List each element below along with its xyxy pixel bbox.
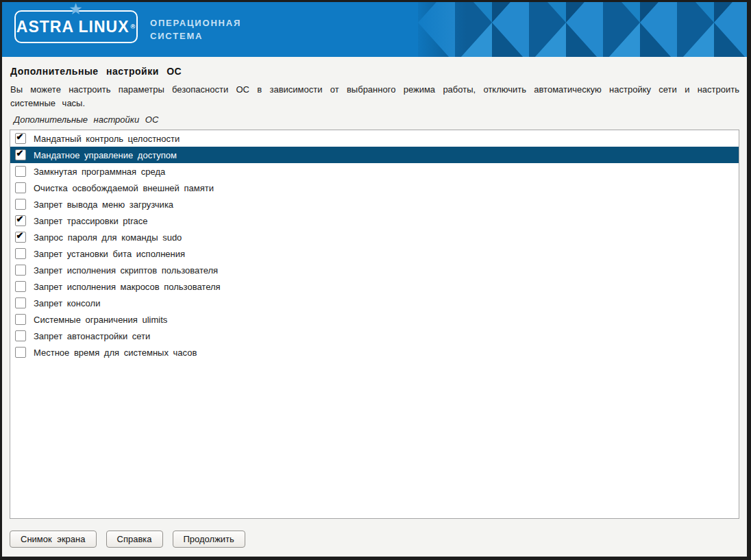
footer-bar: Снимок экрана Справка Продолжить: [2, 519, 747, 557]
option-row[interactable]: Запрет установки бита исполнения: [10, 245, 739, 262]
header-banner: ★ ASTRA LINUX® ОПЕРАЦИОННАЯ СИСТЕМА: [2, 2, 747, 57]
brand-subtitle: ОПЕРАЦИОННАЯ СИСТЕМА: [150, 16, 241, 42]
checkbox-icon[interactable]: [15, 248, 26, 259]
option-row[interactable]: Запрет исполнения скриптов пользователя: [10, 262, 739, 278]
option-row[interactable]: Запрет исполнения макросов пользователя: [10, 278, 739, 295]
screenshot-button[interactable]: Снимок экрана: [10, 531, 97, 548]
checkbox-icon[interactable]: [15, 215, 26, 226]
installer-window: ★ ASTRA LINUX® ОПЕРАЦИОННАЯ СИСТЕМА Допо…: [2, 2, 747, 557]
checkbox-icon[interactable]: [15, 265, 26, 276]
continue-button[interactable]: Продолжить: [173, 531, 245, 548]
option-label: Запрет установки бита исполнения: [34, 249, 185, 259]
option-label: Мандатное управление доступом: [34, 150, 177, 160]
checkbox-icon[interactable]: [15, 281, 26, 292]
option-label: Системные ограничения ulimits: [34, 315, 167, 325]
option-row[interactable]: Местное время для системных часов: [10, 344, 739, 361]
option-row[interactable]: Замкнутая программная среда: [10, 163, 739, 180]
logo-text: ASTRA LINUX: [16, 18, 130, 36]
option-label: Запрет трассировки ptrace: [34, 216, 147, 226]
header-pattern-fade: [411, 2, 466, 57]
checkbox-icon[interactable]: [15, 314, 26, 325]
registered-mark: ®: [131, 23, 136, 30]
option-label: Запрет консоли: [34, 298, 100, 308]
option-label: Мандатный контроль целостности: [34, 134, 180, 144]
option-label: Запрет автонастройки сети: [34, 331, 150, 341]
option-row[interactable]: Запрос пароля для команды sudo: [10, 229, 739, 245]
option-row[interactable]: Запрет консоли: [10, 295, 739, 311]
checkbox-icon[interactable]: [15, 149, 26, 160]
checkbox-icon[interactable]: [15, 297, 26, 308]
option-row[interactable]: Запрет вывода меню загрузчика: [10, 196, 739, 212]
option-row[interactable]: Системные ограничения ulimits: [10, 311, 739, 328]
option-row[interactable]: Запрет трассировки ptrace: [10, 212, 739, 229]
help-button[interactable]: Справка: [106, 531, 163, 548]
header-triangle-pattern: [418, 2, 747, 57]
option-row[interactable]: Мандатный контроль целостности: [10, 130, 739, 147]
option-label: Запрет исполнения скриптов пользователя: [34, 265, 218, 276]
options-list: Мандатный контроль целостности Мандатное…: [10, 130, 739, 519]
option-label: Запрет исполнения макросов пользователя: [34, 282, 221, 292]
checkbox-icon[interactable]: [15, 166, 26, 177]
option-row[interactable]: Очистка освобождаемой внешней памяти: [10, 180, 739, 196]
brand-line2: СИСТЕМА: [150, 29, 241, 42]
page-title: Дополнительные настройки ОС: [10, 66, 739, 77]
option-label: Запрос пароля для команды sudo: [34, 232, 182, 243]
option-row[interactable]: Запрет автонастройки сети: [10, 328, 739, 344]
options-list-label: Дополнительные настройки ОС: [14, 114, 739, 125]
checkbox-icon[interactable]: [15, 182, 26, 193]
star-icon: ★: [70, 2, 83, 16]
checkbox-icon[interactable]: [15, 199, 26, 210]
checkbox-icon[interactable]: [15, 347, 26, 358]
page-description: Вы можете настроить параметры безопаснос…: [10, 83, 739, 110]
option-row[interactable]: Мандатное управление доступом: [10, 147, 739, 163]
option-label: Очистка освобождаемой внешней памяти: [34, 183, 214, 193]
main-content: Дополнительные настройки ОС Вы можете на…: [2, 57, 747, 519]
checkbox-icon[interactable]: [15, 330, 26, 341]
option-label: Замкнутая программная среда: [34, 167, 165, 177]
checkbox-icon[interactable]: [15, 232, 26, 243]
brand-line1: ОПЕРАЦИОННАЯ: [150, 16, 241, 29]
option-label: Местное время для системных часов: [34, 348, 197, 358]
astra-linux-logo: ★ ASTRA LINUX®: [14, 10, 138, 43]
option-label: Запрет вывода меню загрузчика: [34, 199, 173, 210]
checkbox-icon[interactable]: [15, 133, 26, 144]
